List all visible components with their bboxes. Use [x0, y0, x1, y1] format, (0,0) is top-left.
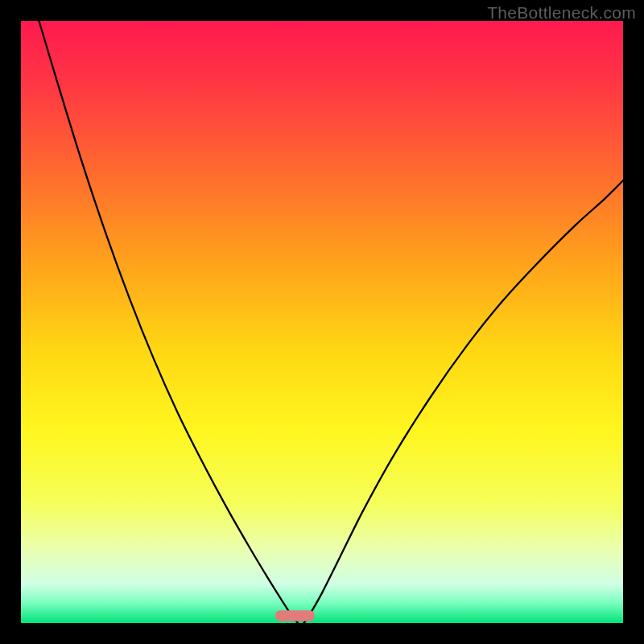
- plot-background: [21, 21, 623, 623]
- optimum-marker: [275, 610, 315, 621]
- watermark-text: TheBottleneck.com: [487, 3, 636, 23]
- chart-frame: TheBottleneck.com: [0, 0, 644, 644]
- chart-plot: [21, 21, 623, 623]
